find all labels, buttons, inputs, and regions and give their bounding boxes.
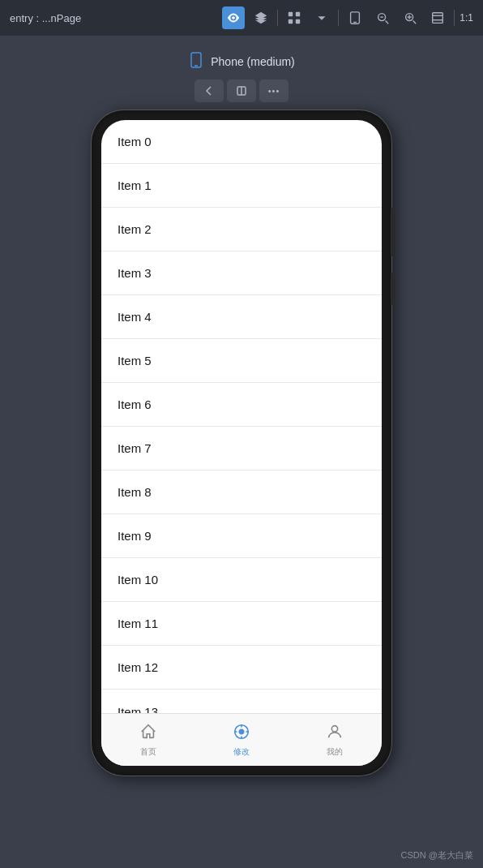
list-item[interactable]: Item 8 (101, 471, 382, 514)
edit-tab-icon (233, 723, 250, 744)
list-item[interactable]: Item 13 (101, 690, 382, 713)
chevron-down-icon[interactable] (310, 6, 333, 29)
separator-3 (454, 10, 455, 26)
svg-line-8 (386, 21, 389, 24)
list-item[interactable]: Item 1 (101, 164, 382, 208)
list-item[interactable]: Item 2 (101, 208, 382, 251)
volume-button (391, 273, 395, 305)
edit-tab-label: 修改 (233, 746, 250, 758)
list-item-text: Item 9 (118, 529, 152, 543)
fullframe-icon[interactable] (426, 6, 449, 29)
svg-rect-2 (289, 19, 293, 24)
tab-bar: 首页 修改 (101, 713, 382, 766)
profile-tab[interactable]: 我的 (289, 714, 382, 766)
svg-rect-1 (296, 12, 300, 16)
svg-rect-13 (433, 13, 443, 24)
more-button[interactable]: ••• (259, 79, 289, 102)
toolbar: entry : ...nPage (0, 0, 483, 36)
profile-tab-label: 我的 (327, 746, 343, 758)
toolbar-icons: 1:1 (222, 6, 473, 29)
device-controls: ••• (194, 79, 289, 102)
zoom-out-icon[interactable] (371, 6, 394, 29)
list-item-text: Item 13 (118, 705, 158, 714)
list-item-text: Item 6 (118, 397, 152, 411)
watermark: CSDN @老大白菜 (401, 849, 473, 862)
home-tab-label: 首页 (140, 746, 156, 758)
phone-wrapper: Item 0Item 1Item 2Item 3Item 4Item 5Item… (0, 110, 483, 784)
list-item[interactable]: Item 7 (101, 427, 382, 471)
list-item-text: Item 10 (118, 573, 158, 587)
toolbar-title: entry : ...nPage (10, 12, 214, 24)
layers-icon[interactable] (250, 6, 272, 29)
home-button[interactable] (227, 79, 256, 102)
zoom-in-icon[interactable] (399, 6, 421, 29)
home-tab[interactable]: 首页 (101, 714, 194, 766)
profile-tab-icon (326, 723, 344, 744)
device-label-area: Phone (medium) ••• (0, 36, 483, 110)
power-button (391, 208, 395, 256)
list-item-text: Item 4 (118, 310, 152, 324)
list-container[interactable]: Item 0Item 1Item 2Item 3Item 4Item 5Item… (101, 120, 382, 713)
list-item[interactable]: Item 3 (101, 251, 382, 295)
phone-icon (188, 52, 204, 71)
list-item[interactable]: Item 10 (101, 558, 382, 602)
device-frame-icon[interactable] (344, 6, 366, 29)
separator-1 (277, 10, 278, 26)
list-item-text: Item 7 (118, 441, 152, 455)
grid-icon[interactable] (283, 6, 306, 29)
svg-rect-3 (296, 19, 300, 24)
back-button[interactable] (194, 79, 224, 102)
svg-line-12 (413, 21, 417, 24)
list-item[interactable]: Item 11 (101, 602, 382, 646)
list-item-text: Item 11 (118, 617, 158, 630)
list-item[interactable]: Item 5 (101, 339, 382, 383)
list-item-text: Item 2 (118, 222, 152, 236)
phone-screen: Item 0Item 1Item 2Item 3Item 4Item 5Item… (101, 120, 382, 766)
list-item[interactable]: Item 9 (101, 514, 382, 558)
list-item-text: Item 1 (118, 178, 152, 192)
list-item[interactable]: Item 6 (101, 383, 382, 427)
svg-point-21 (239, 729, 244, 734)
list-item-text: Item 8 (118, 485, 152, 499)
device-name: Phone (medium) (211, 55, 295, 68)
list-item[interactable]: Item 4 (101, 295, 382, 339)
eye-icon[interactable] (222, 6, 245, 29)
list-item-text: Item 0 (118, 135, 152, 148)
svg-point-26 (332, 725, 338, 731)
list-item-text: Item 5 (118, 354, 152, 367)
list-item[interactable]: Item 0 (101, 120, 382, 164)
zoom-ratio: 1:1 (459, 12, 473, 24)
edit-tab[interactable]: 修改 (194, 714, 288, 766)
list-item[interactable]: Item 12 (101, 646, 382, 690)
home-tab-icon (139, 723, 157, 744)
list-item-text: Item 3 (118, 266, 152, 280)
phone-device: Item 0Item 1Item 2Item 3Item 4Item 5Item… (92, 110, 391, 776)
separator-2 (338, 10, 339, 26)
svg-rect-0 (289, 12, 293, 16)
list-item-text: Item 12 (118, 660, 158, 674)
device-label: Phone (medium) (188, 52, 295, 71)
